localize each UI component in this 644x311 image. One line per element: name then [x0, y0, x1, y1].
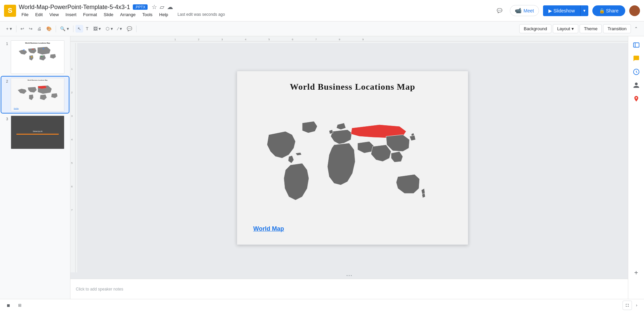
redo-button[interactable]: ↪	[27, 25, 35, 33]
menu-tools[interactable]: Tools	[140, 11, 155, 18]
ruler-top-svg: 1 2 3 4 5 6 7 8 9	[70, 36, 628, 43]
theme-label: Theme	[584, 26, 597, 31]
svg-rect-26	[633, 43, 639, 47]
star-icon[interactable]: ☆	[152, 3, 157, 11]
menu-edit[interactable]: Edit	[33, 11, 45, 18]
menu-file[interactable]: File	[19, 11, 31, 18]
menu-view[interactable]: View	[47, 11, 61, 18]
menu-arrange[interactable]: Arrange	[117, 11, 138, 18]
slide-thumbnail-2[interactable]: 2 World Business Locations Map	[1, 77, 69, 113]
slide1-title-preview: World Business Locations Map	[11, 41, 64, 44]
svg-text:2: 2	[71, 91, 73, 94]
separator3	[73, 26, 73, 32]
cloud-icon[interactable]: ☁	[167, 3, 173, 11]
grid-view-button[interactable]: ◼	[4, 302, 13, 309]
notes-area[interactable]: Click to add speaker notes	[70, 279, 628, 299]
right-sidebar-chat-icon[interactable]	[630, 52, 642, 64]
svg-text:1: 1	[71, 68, 73, 71]
user-avatar[interactable]	[629, 5, 640, 16]
svg-text:4: 4	[245, 38, 247, 41]
slide1-map-area	[11, 44, 64, 68]
slide-canvas: World Business Locations Map	[237, 71, 468, 245]
doc-title: World-Map-PowerPoint-Template-5-4x3-1 .P…	[19, 3, 491, 11]
svg-text:5: 5	[268, 38, 270, 41]
text-tool[interactable]: T	[84, 25, 91, 33]
folder-icon[interactable]: ▱	[160, 3, 164, 11]
menu-format[interactable]: Format	[80, 11, 100, 18]
image-tool[interactable]: 🖼 ▾	[91, 25, 103, 33]
svg-text:1: 1	[174, 38, 176, 41]
slide2-title-preview: World Business Locations Map	[11, 78, 64, 81]
comment-button[interactable]: 💬	[494, 5, 506, 17]
svg-rect-5	[70, 36, 628, 43]
slide-preview-2: World Business Locations Map	[11, 78, 64, 112]
right-sidebar-maps-icon[interactable]	[630, 93, 642, 105]
doc-title-text: World-Map-PowerPoint-Template-5-4x3-1	[19, 4, 130, 11]
filmstrip-icon: ⊞	[18, 303, 21, 308]
comment-tool[interactable]: 💬	[125, 25, 134, 33]
app-icon: S	[4, 5, 16, 17]
notes-placeholder: Click to add speaker notes	[76, 287, 123, 292]
slideshow-dropdown-button[interactable]: ▾	[580, 5, 588, 16]
meet-label: Meet	[524, 8, 534, 13]
theme-button[interactable]: Theme	[580, 24, 602, 33]
canvas-scroll: 1 2 3 4 5 6 7 World Business Locations M…	[70, 43, 628, 272]
svg-text:6: 6	[71, 185, 73, 188]
print-button[interactable]: 🖨	[35, 25, 44, 33]
ruler-left-svg: 1 2 3 4 5 6 7	[70, 43, 77, 272]
slideshow-btn-group: ▶ Slideshow ▾	[543, 5, 588, 16]
menu-insert[interactable]: Insert	[63, 11, 79, 18]
svg-point-3	[31, 56, 33, 58]
share-button[interactable]: 🔒 Share	[592, 5, 625, 16]
slideshow-button[interactable]: ▶ Slideshow	[543, 5, 580, 16]
slide-num-3: 3	[3, 117, 8, 121]
cursor-tool[interactable]: ↖	[75, 25, 83, 33]
right-sidebar-tasks-icon[interactable]	[630, 66, 642, 78]
slideshow-icon: ▶	[548, 8, 552, 13]
line-tool[interactable]: ⁄ ▾	[116, 25, 124, 33]
world-map-svg[interactable]	[259, 118, 446, 219]
right-sidebar-contacts-icon[interactable]	[630, 79, 642, 91]
right-sidebar-slides-icon[interactable]	[630, 39, 642, 51]
collapse-toolbar-button[interactable]: ⌃	[632, 24, 640, 33]
world-map-link[interactable]: World Map	[253, 225, 284, 232]
menu-slide[interactable]: Slide	[101, 11, 116, 18]
layout-chevron: ▾	[572, 26, 574, 31]
slide-title[interactable]: World Business Locations Map	[290, 82, 415, 92]
expand-button[interactable]	[623, 301, 632, 310]
slide-num-1: 1	[3, 42, 8, 46]
right-sidebar-add-icon[interactable]: +	[630, 267, 642, 279]
slide-num-2: 2	[3, 79, 8, 83]
ruler-left: 1 2 3 4 5 6 7	[70, 43, 77, 272]
add-button[interactable]: + ▾	[4, 25, 14, 33]
menu-bar: File Edit View Insert Format Slide Arran…	[19, 11, 491, 18]
svg-text:4: 4	[71, 138, 73, 141]
slide-panel: 1 World Business Locations Map	[0, 36, 70, 299]
slide-thumbnail-1[interactable]: 1 World Business Locations Map	[1, 39, 69, 75]
menu-help[interactable]: Help	[157, 11, 171, 18]
transition-button[interactable]: Transition	[603, 24, 631, 33]
slide-preview-3: SlideUpLift	[11, 116, 64, 149]
transition-label: Transition	[607, 26, 627, 31]
collapse-panel-button[interactable]: ›	[633, 302, 640, 309]
shape-tool[interactable]: ⬡ ▾	[104, 25, 115, 33]
pptx-badge: .PPTX	[133, 4, 148, 10]
layout-button[interactable]: Layout ▾	[553, 24, 578, 33]
zoom-button[interactable]: 🔍 ▾	[58, 25, 71, 33]
slide2-map-svg	[13, 82, 63, 108]
background-button[interactable]: Background	[519, 24, 551, 33]
map-container: World Map	[237, 92, 468, 245]
slide1-map-svg	[14, 44, 61, 68]
bottom-right: ›	[623, 301, 640, 310]
title-icons: ☆ ▱ ☁	[152, 3, 173, 11]
toolbar-left: + ▾ ↩ ↪ 🖨 🎨 🔍 ▾ ↖ T 🖼 ▾ ⬡ ▾ ⁄ ▾ 💬	[4, 25, 138, 33]
meet-button[interactable]: 📹 Meet	[510, 5, 539, 16]
filmstrip-view-button[interactable]: ⊞	[15, 302, 24, 309]
title-section: World-Map-PowerPoint-Template-5-4x3-1 .P…	[19, 3, 491, 18]
svg-text:7: 7	[315, 38, 317, 41]
svg-rect-16	[70, 43, 77, 272]
svg-text:5: 5	[71, 162, 73, 165]
paint-format-button[interactable]: 🎨	[44, 25, 54, 33]
undo-button[interactable]: ↩	[18, 25, 26, 33]
slide-thumbnail-3[interactable]: 3 SlideUpLift	[1, 114, 69, 150]
